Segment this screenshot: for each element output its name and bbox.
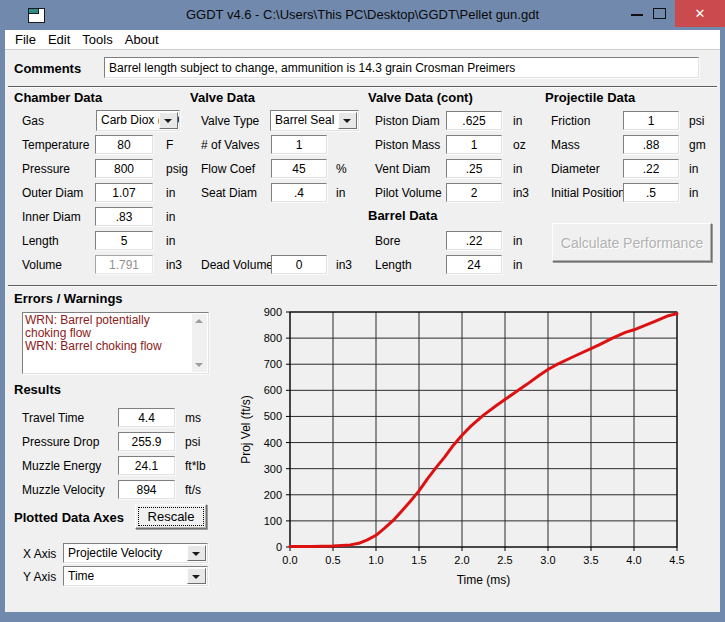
pilot-volume-unit: in3 [513,186,529,200]
valve-type-label: Valve Type [201,114,259,128]
close-button[interactable]: ✕ [675,0,725,27]
temperature-label: Temperature [22,138,89,152]
menu-tools[interactable]: Tools [76,30,118,50]
num-valves-label: # of Valves [201,138,259,152]
svg-text:1.0: 1.0 [368,554,383,566]
chamber-length-field[interactable] [95,231,153,250]
gas-combo-arrow[interactable] [159,112,178,129]
bore-label: Bore [375,234,400,248]
initial-position-field[interactable] [623,183,679,202]
y-axis-combo-arrow[interactable] [187,568,206,584]
x-axis-combo-arrow[interactable] [187,545,206,561]
svg-text:4.0: 4.0 [626,554,641,566]
minimize-icon [631,14,643,16]
mass-field[interactable] [623,135,679,154]
volume-unit: in3 [166,258,182,272]
svg-text:100: 100 [264,515,282,527]
pressure-drop-field [118,432,175,451]
close-icon: ✕ [695,6,706,21]
app-window: GGDT v4.6 - C:\Users\This PC\Desktop\GGD… [0,0,725,622]
svg-text:4.5: 4.5 [669,554,684,566]
initial-position-unit: in [689,186,698,200]
menubar: File Edit Tools About [5,30,720,50]
piston-diam-field[interactable] [446,111,502,130]
menu-file[interactable]: File [9,30,42,50]
errors-header: Errors / Warnings [14,291,123,306]
scroll-up-icon[interactable] [195,319,203,323]
svg-text:3.0: 3.0 [540,554,555,566]
muzzle-velocity-unit: ft/s [185,483,201,497]
valve-header: Valve Data [190,90,255,105]
temperature-field[interactable] [95,135,153,154]
vent-diam-field[interactable] [446,159,502,178]
svg-text:200: 200 [264,489,282,501]
errors-listbox[interactable]: WRN: Barrel potentially choking flow WRN… [22,312,209,374]
y-axis-combo[interactable]: Time [63,566,208,586]
minimize-button[interactable] [626,0,648,27]
calculate-performance-button[interactable]: Calculate Performance [552,223,712,262]
scroll-down-icon[interactable] [195,363,203,367]
outer-diam-unit: in [166,186,175,200]
muzzle-velocity-field [118,480,175,499]
flow-coef-label: Flow Coef [201,162,255,176]
friction-field[interactable] [623,111,679,130]
svg-text:2.0: 2.0 [454,554,469,566]
volume-field [95,255,153,274]
axes-header: Plotted Data Axes [14,510,124,525]
velocity-time-chart: 0.00.51.01.52.02.53.03.54.04.50100200300… [240,300,720,600]
x-axis-combo[interactable]: Projectile Velocity [63,543,208,563]
pressure-drop-label: Pressure Drop [22,435,99,449]
comments-label: Comments [14,61,81,76]
x-axis-label: X Axis [23,547,56,561]
muzzle-velocity-label: Muzzle Velocity [22,483,105,497]
svg-text:400: 400 [264,437,282,449]
travel-time-unit: ms [185,411,201,425]
num-valves-field[interactable] [271,135,327,154]
svg-text:900: 900 [264,306,282,318]
svg-text:0: 0 [276,541,282,553]
diameter-unit: in [689,162,698,176]
menu-edit[interactable]: Edit [42,30,76,50]
seat-diam-field[interactable] [271,183,327,202]
outer-diam-label: Outer Diam [22,186,83,200]
flow-coef-field[interactable] [271,159,327,178]
maximize-icon [653,8,666,19]
pressure-label: Pressure [22,162,70,176]
comments-input[interactable] [104,57,699,78]
barrel-length-field[interactable] [446,255,502,274]
menu-about[interactable]: About [119,30,165,50]
chevron-down-icon [192,552,200,560]
diameter-field[interactable] [623,159,679,178]
chamber-length-label: Length [22,234,59,248]
barrel-length-label: Length [375,258,412,272]
svg-text:3.5: 3.5 [583,554,598,566]
maximize-button[interactable] [648,0,670,27]
temperature-unit: F [166,138,173,152]
svg-text:1.5: 1.5 [411,554,426,566]
separator-top [8,86,717,88]
pressure-field[interactable] [95,159,153,178]
bore-unit: in [513,234,522,248]
rescale-button[interactable]: Rescale [135,504,207,529]
pilot-volume-field[interactable] [446,183,502,202]
errors-scrollbar[interactable] [192,314,207,372]
bore-field[interactable] [446,231,502,250]
valve-type-combo-arrow[interactable] [338,112,357,129]
valve-type-combo[interactable]: Barrel Seal [270,110,359,131]
svg-text:800: 800 [264,332,282,344]
dead-volume-field[interactable] [271,255,327,274]
piston-mass-field[interactable] [446,135,502,154]
inner-diam-field[interactable] [95,207,153,226]
chart-panel: 0.00.51.01.52.02.53.03.54.04.50100200300… [240,300,720,600]
muzzle-energy-unit: ft*lb [185,459,206,473]
gas-label: Gas [22,114,44,128]
dead-volume-unit: in3 [336,258,352,272]
titlebar: GGDT v4.6 - C:\Users\This PC\Desktop\GGD… [0,0,725,30]
vent-diam-unit: in [513,162,522,176]
seat-diam-unit: in [336,186,345,200]
gas-combo[interactable]: Carb Diox (CO [96,110,180,131]
valve-cont-header: Valve Data (cont) [368,90,473,105]
mass-label: Mass [551,138,580,152]
outer-diam-field[interactable] [95,183,153,202]
diameter-label: Diameter [551,162,600,176]
